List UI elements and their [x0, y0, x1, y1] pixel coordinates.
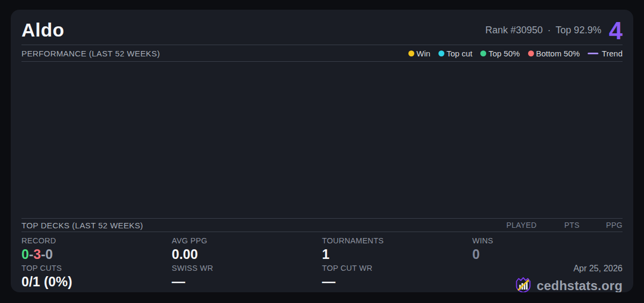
stat-label: AVG PPG — [172, 236, 322, 245]
legend-label: Win — [416, 49, 430, 58]
stat-label: TOP CUTS — [21, 264, 172, 272]
performance-header-row: PERFORMANCE (LAST 52 WEEKS) Win Top cut … — [21, 45, 623, 62]
rank-separator: · — [547, 25, 551, 36]
stat-label: WINS — [472, 236, 623, 245]
top-decks-columns: PLAYED PTS PPG — [481, 221, 623, 229]
performance-section-title: PERFORMANCE (LAST 52 WEEKS) — [21, 49, 160, 58]
header-right: Rank #30950 · Top 92.9% 4 — [485, 20, 623, 41]
snapshot-date: Apr 25, 2026 — [573, 264, 623, 273]
stat-label: RECORD — [21, 236, 172, 245]
legend-item-bottom-50: Bottom 50% — [528, 49, 580, 58]
card-header: Aldo Rank #30950 · Top 92.9% 4 — [21, 10, 623, 45]
site-name: cedhstats.org — [537, 278, 623, 292]
stat-wins: WINS 0 — [472, 236, 623, 264]
stat-label: TOURNAMENTS — [322, 236, 472, 245]
stats-grid: RECORD 0-3-0 AVG PPG 0.00 TOURNAMENTS 1 … — [21, 232, 623, 292]
stat-label: TOP CUT WR — [322, 264, 472, 272]
stat-value: — — [172, 273, 322, 290]
legend-label: Top cut — [447, 49, 472, 58]
legend-label: Bottom 50% — [536, 49, 580, 58]
stat-label: SWISS WR — [172, 264, 322, 272]
stat-top-cut-wr: TOP CUT WR — — [322, 264, 472, 292]
stat-value: — — [322, 273, 472, 290]
stat-value: 0 — [472, 246, 623, 262]
legend-item-top-cut: Top cut — [438, 49, 472, 58]
trend-line-icon — [588, 53, 598, 54]
stat-top-cuts: TOP CUTS 0/1 (0%) — [21, 264, 172, 292]
legend-label: Trend — [602, 49, 623, 58]
rank-line: Rank #30950 · Top 92.9% — [485, 25, 601, 41]
top-50-dot-icon — [480, 50, 486, 56]
brand: cedhstats.org — [514, 276, 623, 292]
chart-legend: Win Top cut Top 50% Bottom 50% Trend — [408, 49, 623, 58]
player-stats-card: Aldo Rank #30950 · Top 92.9% 4 PERFORMAN… — [11, 10, 633, 292]
record-wins: 0 — [21, 247, 29, 262]
top-decks-header-row: TOP DECKS (LAST 52 WEEKS) PLAYED PTS PPG — [21, 219, 623, 232]
page-title: Aldo — [21, 20, 64, 41]
cedhstats-logo-icon — [514, 276, 532, 292]
legend-item-trend: Trend — [588, 49, 623, 58]
top-cut-dot-icon — [438, 50, 444, 56]
legend-item-win: Win — [408, 49, 430, 58]
column-header-pts: PTS — [537, 221, 580, 229]
stat-value: 0/1 (0%) — [21, 273, 172, 290]
column-header-played: PLAYED — [481, 221, 537, 229]
stat-value: 1 — [322, 246, 472, 262]
legend-label: Top 50% — [488, 49, 519, 58]
stat-avg-ppg: AVG PPG 0.00 — [172, 236, 322, 264]
record-draws: 0 — [45, 247, 53, 262]
stat-tournaments: TOURNAMENTS 1 — [322, 236, 472, 264]
win-dot-icon — [408, 50, 414, 56]
top-percent-text: Top 92.9% — [555, 25, 601, 36]
stat-record: RECORD 0-3-0 — [21, 236, 172, 264]
big-rank-number: 4 — [609, 20, 623, 41]
performance-chart-area — [21, 62, 623, 219]
bottom-50-dot-icon — [528, 50, 534, 56]
rank-text: Rank #30950 — [485, 25, 543, 36]
column-header-ppg: PPG — [580, 221, 623, 229]
stat-swiss-wr: SWISS WR — — [172, 264, 322, 292]
record-value: 0-3-0 — [21, 246, 172, 262]
top-decks-section-title: TOP DECKS (LAST 52 WEEKS) — [21, 221, 143, 230]
footer-branding: Apr 25, 2026 cedhstats.org — [472, 264, 623, 292]
legend-item-top-50: Top 50% — [480, 49, 519, 58]
stat-value: 0.00 — [172, 246, 322, 262]
record-separator: - — [29, 247, 33, 262]
record-losses: 3 — [33, 247, 41, 262]
